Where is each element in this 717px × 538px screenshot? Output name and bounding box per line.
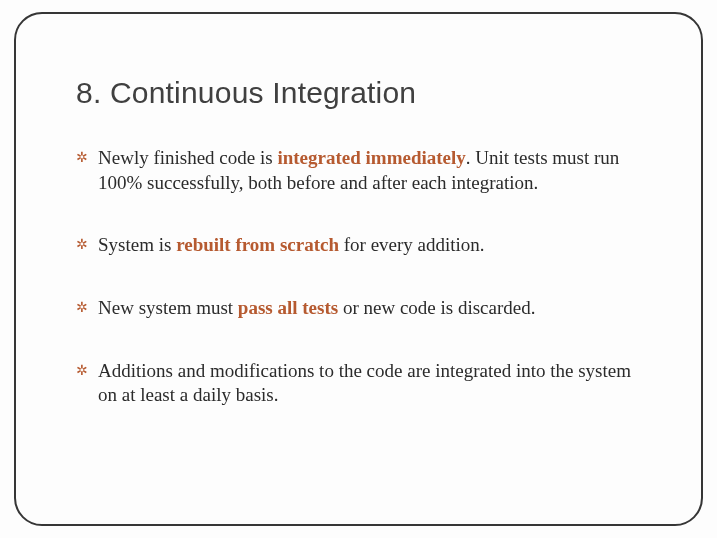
bullet-text-pre: System is	[98, 234, 176, 255]
bullet-text-post: for every addition.	[339, 234, 485, 255]
bullet-accent: pass all tests	[238, 297, 338, 318]
slide-title: 8. Continuous Integration	[76, 76, 645, 110]
bullet-text-pre: Newly finished code is	[98, 147, 277, 168]
bullet-list: Newly finished code is integrated immedi…	[76, 146, 645, 408]
bullet-accent: integrated immediately	[277, 147, 465, 168]
list-item: Newly finished code is integrated immedi…	[76, 146, 645, 195]
bullet-text-pre: New system must	[98, 297, 238, 318]
list-item: New system must pass all tests or new co…	[76, 296, 645, 321]
bullet-text-post: or new code is discarded.	[338, 297, 535, 318]
slide-frame: 8. Continuous Integration Newly finished…	[14, 12, 703, 526]
list-item: Additions and modifications to the code …	[76, 359, 645, 408]
bullet-accent: rebuilt from scratch	[176, 234, 339, 255]
list-item: System is rebuilt from scratch for every…	[76, 233, 645, 258]
slide-content: 8. Continuous Integration Newly finished…	[76, 76, 645, 446]
bullet-text-pre: Additions and modifications to the code …	[98, 360, 631, 406]
